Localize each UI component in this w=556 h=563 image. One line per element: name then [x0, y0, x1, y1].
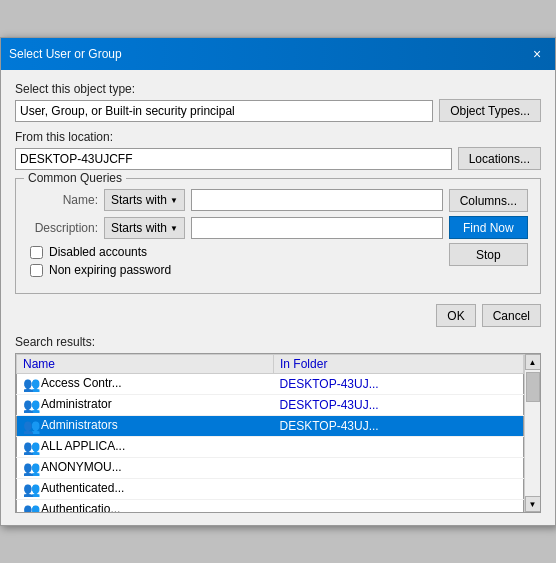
- cell-folder: [274, 458, 524, 479]
- dialog-title: Select User or Group: [9, 47, 122, 61]
- description-operator-dropdown[interactable]: Starts with ▼: [104, 217, 185, 239]
- name-operator-dropdown[interactable]: Starts with ▼: [104, 189, 185, 211]
- location-input[interactable]: [15, 148, 452, 170]
- table-row[interactable]: 👥Authenticated...: [17, 479, 524, 500]
- table-row[interactable]: 👥AdministratorsDESKTOP-43UJ...: [17, 416, 524, 437]
- disabled-accounts-checkbox[interactable]: [30, 246, 43, 259]
- cell-folder: [274, 479, 524, 500]
- cell-folder: DESKTOP-43UJ...: [274, 395, 524, 416]
- common-queries-group: Common Queries Name: Starts with ▼ De: [15, 178, 541, 294]
- cell-name: 👥ANONYMOU...: [17, 458, 274, 479]
- disabled-accounts-label: Disabled accounts: [49, 245, 147, 259]
- query-content: Name: Starts with ▼ Description: Starts …: [28, 189, 528, 281]
- query-fields: Name: Starts with ▼ Description: Starts …: [28, 189, 443, 281]
- results-table: Name In Folder 👥Access Contr...DESKTOP-4…: [16, 354, 524, 512]
- description-dropdown-arrow-icon: ▼: [170, 224, 178, 233]
- results-wrapper: Name In Folder 👥Access Contr...DESKTOP-4…: [15, 353, 541, 513]
- name-query-row: Name: Starts with ▼: [28, 189, 443, 211]
- col-folder-header[interactable]: In Folder: [274, 355, 524, 374]
- col-name-header[interactable]: Name: [17, 355, 274, 374]
- locations-button[interactable]: Locations...: [458, 147, 541, 170]
- scrollbar[interactable]: ▲ ▼: [524, 354, 540, 512]
- table-row[interactable]: 👥ANONYMOU...: [17, 458, 524, 479]
- close-button[interactable]: ×: [527, 44, 547, 64]
- table-row[interactable]: 👥ALL APPLICA...: [17, 437, 524, 458]
- object-type-input[interactable]: [15, 100, 433, 122]
- find-now-button[interactable]: Find Now: [449, 216, 528, 239]
- name-query-input[interactable]: [191, 189, 443, 211]
- search-results-label: Search results:: [15, 335, 541, 349]
- common-queries-legend: Common Queries: [24, 171, 126, 185]
- columns-button[interactable]: Columns...: [449, 189, 528, 212]
- table-row[interactable]: 👥Authenticatio...: [17, 500, 524, 513]
- cell-folder: DESKTOP-43UJ...: [274, 416, 524, 437]
- select-user-or-group-dialog: Select User or Group × Select this objec…: [0, 37, 556, 526]
- ok-cancel-row: OK Cancel: [15, 304, 541, 327]
- location-section: From this location: Locations...: [15, 130, 541, 170]
- name-dropdown-arrow-icon: ▼: [170, 196, 178, 205]
- cell-folder: DESKTOP-43UJ...: [274, 374, 524, 395]
- user-icon: 👥: [23, 502, 39, 512]
- cell-name: 👥Authenticatio...: [17, 500, 274, 513]
- user-icon: 👥: [23, 376, 39, 392]
- table-row[interactable]: 👥AdministratorDESKTOP-43UJ...: [17, 395, 524, 416]
- description-query-label: Description:: [28, 221, 98, 235]
- cell-folder: [274, 437, 524, 458]
- non-expiring-password-label: Non expiring password: [49, 263, 171, 277]
- scroll-up-arrow-icon[interactable]: ▲: [525, 354, 541, 370]
- cell-folder: [274, 500, 524, 513]
- scroll-thumb[interactable]: [526, 372, 540, 402]
- disabled-accounts-row: Disabled accounts: [28, 245, 443, 259]
- scroll-down-arrow-icon[interactable]: ▼: [525, 496, 541, 512]
- object-types-button[interactable]: Object Types...: [439, 99, 541, 122]
- user-icon: 👥: [23, 460, 39, 476]
- non-expiring-password-checkbox[interactable]: [30, 264, 43, 277]
- dialog-body: Select this object type: Object Types...…: [1, 70, 555, 525]
- title-bar: Select User or Group ×: [1, 38, 555, 70]
- description-query-input[interactable]: [191, 217, 443, 239]
- cell-name: 👥Administrator: [17, 395, 274, 416]
- user-icon: 👥: [23, 481, 39, 497]
- non-expiring-password-row: Non expiring password: [28, 263, 443, 277]
- description-operator-label: Starts with: [111, 221, 167, 235]
- cancel-button[interactable]: Cancel: [482, 304, 541, 327]
- cell-name: 👥Administrators: [17, 416, 274, 437]
- object-type-section: Select this object type: Object Types...: [15, 82, 541, 122]
- results-table-container[interactable]: Name In Folder 👥Access Contr...DESKTOP-4…: [16, 354, 540, 512]
- table-row[interactable]: 👥Access Contr...DESKTOP-43UJ...: [17, 374, 524, 395]
- cell-name: 👥ALL APPLICA...: [17, 437, 274, 458]
- name-query-label: Name:: [28, 193, 98, 207]
- user-icon: 👥: [23, 397, 39, 413]
- stop-button[interactable]: Stop: [449, 243, 528, 266]
- query-action-buttons: Columns... Find Now Stop: [449, 189, 528, 281]
- object-type-label: Select this object type:: [15, 82, 541, 96]
- ok-button[interactable]: OK: [436, 304, 475, 327]
- description-query-row: Description: Starts with ▼: [28, 217, 443, 239]
- cell-name: 👥Access Contr...: [17, 374, 274, 395]
- cell-name: 👥Authenticated...: [17, 479, 274, 500]
- user-icon: 👥: [23, 418, 39, 434]
- name-operator-label: Starts with: [111, 193, 167, 207]
- user-icon: 👥: [23, 439, 39, 455]
- location-label: From this location:: [15, 130, 541, 144]
